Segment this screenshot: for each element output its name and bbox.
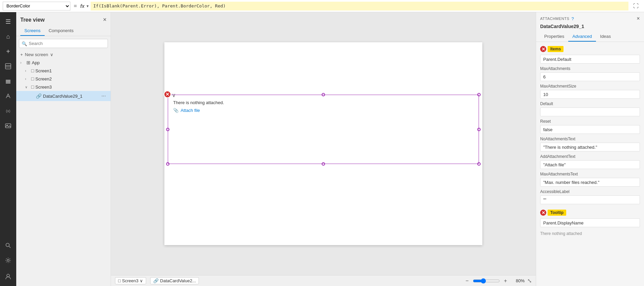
no-attachment-text: There is nothing attached.	[173, 100, 474, 105]
data-icon[interactable]	[1, 59, 15, 73]
media-icon[interactable]	[1, 119, 15, 133]
canvas-area: ✕ ∨ There is nothing attached. 📎	[111, 12, 536, 286]
svg-rect-4	[6, 81, 10, 82]
tree-close-button[interactable]: ×	[103, 16, 107, 23]
reset-row: Reset false	[536, 118, 644, 135]
chevron-down-icon: ∨	[25, 85, 30, 89]
new-screen-button[interactable]: + New screen ∨	[16, 51, 111, 58]
resize-handle-ml[interactable]	[166, 128, 169, 131]
resize-handle-bm[interactable]	[322, 162, 325, 166]
svg-line-10	[9, 246, 11, 248]
search-input[interactable]	[19, 39, 108, 48]
tab-properties[interactable]: Properties	[540, 32, 568, 42]
right-panel-tabs: Properties Advanced Ideas	[536, 32, 644, 42]
chevron-badge: ∨	[172, 92, 176, 98]
component-inner: There is nothing attached. 📎 Attach file	[168, 95, 479, 118]
variables-icon[interactable]: (x)	[1, 104, 15, 118]
formula-input[interactable]	[91, 2, 628, 10]
reset-value[interactable]: false	[540, 125, 640, 134]
component-name: DataCardValue2...	[160, 278, 196, 283]
max-attachment-size-row: MaxAttachmentSize 10	[536, 82, 644, 100]
home-icon[interactable]: ⌂	[1, 30, 15, 43]
screen-icon: □	[31, 84, 34, 90]
tab-screens[interactable]: Screens	[20, 26, 45, 36]
tree-item-label: Screen3	[35, 85, 107, 90]
tree-item-app[interactable]: › ⊞ App	[16, 58, 111, 67]
tab-advanced[interactable]: Advanced	[568, 32, 596, 42]
resize-handle-bl[interactable]	[166, 162, 169, 166]
tree-item-screen2[interactable]: › □ Screen2	[16, 75, 111, 83]
add-attachment-text-value[interactable]: "Attach file"	[540, 160, 640, 169]
items-label-badge[interactable]: Items	[548, 46, 564, 52]
max-attachments-label: MaxAttachments	[540, 66, 640, 71]
layers-icon[interactable]	[1, 74, 15, 88]
right-panel-close-button[interactable]: ×	[637, 16, 640, 22]
tooltip-error-badge: ✕	[540, 210, 546, 216]
max-attachments-value[interactable]: 6	[540, 72, 640, 81]
menu-icon[interactable]: ☰	[1, 15, 15, 28]
help-icon[interactable]: ?	[571, 16, 574, 21]
max-attachments-text-value[interactable]: "Max. number files reached."	[540, 178, 640, 187]
max-attachment-size-value[interactable]: 10	[540, 90, 640, 99]
canvas-screen[interactable]: ✕ ∨ There is nothing attached. 📎	[164, 42, 482, 245]
new-screen-label: New screen	[25, 52, 48, 57]
tooltip-value[interactable]: Parent.DisplayName	[540, 218, 640, 227]
app-icon: ⊞	[26, 60, 30, 65]
tab-components[interactable]: Components	[45, 26, 78, 36]
zoom-out-button[interactable]: −	[464, 277, 470, 285]
tooltip-value-row: Parent.DisplayName	[536, 217, 644, 229]
items-value[interactable]: Parent.Default	[540, 55, 640, 64]
add-icon[interactable]: +	[1, 45, 15, 58]
zoom-controls: − + 80% ⤡	[464, 277, 532, 285]
component-wrapper: ✕ ∨ There is nothing attached. 📎	[168, 95, 479, 164]
resize-handle-br[interactable]	[477, 162, 481, 166]
svg-point-12	[7, 274, 9, 277]
settings-icon[interactable]	[1, 254, 15, 267]
tree-item-screen3[interactable]: ∨ □ Screen3	[16, 83, 111, 91]
fit-screen-icon[interactable]: ⤡	[527, 278, 532, 284]
resize-handle-tm[interactable]	[322, 93, 325, 96]
svg-point-9	[6, 243, 9, 247]
main-layout: ☰ ⌂ + (x) Tree view ×	[0, 12, 644, 286]
svg-rect-5	[6, 82, 10, 84]
formula-chevron[interactable]: ▾	[87, 4, 89, 8]
zoom-in-button[interactable]: +	[503, 277, 508, 285]
tab-ideas[interactable]: Ideas	[596, 32, 615, 42]
tree-item-screen1[interactable]: › □ Screen1	[16, 67, 111, 75]
screen-name: Screen3	[122, 278, 138, 283]
resize-handle-tr[interactable]	[477, 93, 481, 96]
user-icon[interactable]	[1, 270, 15, 283]
search-icon: 🔍	[22, 41, 27, 46]
tree-item-label: DataCardValue29_1	[43, 94, 99, 99]
attach-file-link[interactable]: 📎 Attach file	[173, 108, 474, 113]
formula-bar: BorderColor = fx ▾ ⛶	[0, 0, 644, 12]
zoom-slider[interactable]	[473, 278, 500, 284]
canvas-content: ✕ ∨ There is nothing attached. 📎	[111, 12, 536, 275]
formula-expand-icon[interactable]: ⛶	[630, 3, 641, 9]
more-options-icon[interactable]: ···	[101, 92, 107, 100]
screen-icon: □	[31, 76, 34, 81]
svg-point-11	[7, 259, 9, 261]
tree-item-label: Screen1	[35, 68, 107, 73]
chevron-right-icon: ›	[20, 61, 25, 65]
new-screen-icon: +	[20, 52, 23, 57]
component-selector[interactable]: 🔗 DataCardValue2...	[150, 277, 199, 284]
default-value[interactable]	[540, 108, 640, 116]
paperclip-icon: 📎	[173, 108, 179, 113]
tree-item-datacardvalue[interactable]: 🔗 DataCardValue29_1 ···	[16, 91, 111, 101]
chevron-right-icon: ›	[25, 77, 30, 81]
add-attachment-text-label: AddAttachmentText	[540, 154, 640, 159]
tooltip-label-badge[interactable]: Tooltip	[548, 210, 566, 216]
search-bottom-icon[interactable]	[1, 239, 15, 252]
tree-panel: Tree view × Screens Components 🔍 + New s…	[16, 12, 111, 286]
property-selector[interactable]: BorderColor	[3, 2, 70, 10]
no-attachments-text-row: NoAttachmentsText "There is nothing atta…	[536, 135, 644, 153]
accessible-label-value[interactable]: ""	[540, 195, 640, 204]
no-attachments-text-value[interactable]: "There is nothing attached."	[540, 143, 640, 151]
resize-handle-mr[interactable]	[477, 128, 481, 131]
routes-icon[interactable]	[1, 89, 15, 103]
items-value-row: Parent.Default	[536, 53, 644, 65]
new-screen-chevron: ∨	[50, 52, 53, 57]
component-name-label: DataCardValue29_1	[536, 23, 644, 32]
screen-selector[interactable]: □ Screen3 ∨	[115, 277, 146, 284]
